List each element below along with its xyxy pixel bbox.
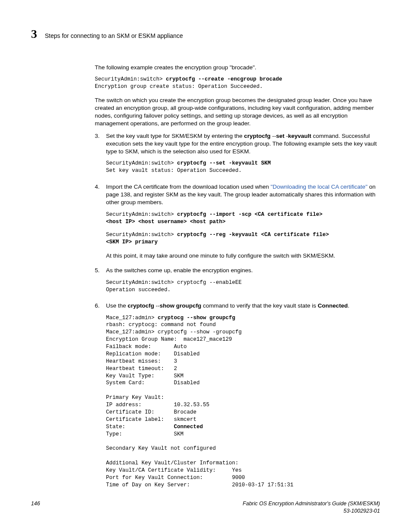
code-block-enableee: SecurityAdmin:switch> cryptocfg --enable… — [106, 279, 380, 294]
group-leader-paragraph: The switch on which you create the encry… — [95, 96, 380, 128]
page-number: 146 — [31, 500, 40, 515]
code-block-groupcfg: Mace_127:admin> cryptocg --show groupcfg… — [106, 314, 380, 489]
code-block-reg: SecurityAdmin:switch> cryptocfg --reg -k… — [106, 231, 380, 246]
step-3: 3. Set the key vault type for SKM/ESKM b… — [95, 132, 380, 180]
step-number: 3. — [95, 132, 106, 180]
page-footer: 146 Fabric OS Encryption Administrator's… — [31, 500, 380, 515]
step-3-text: Set the key vault type for SKM/ESKM by e… — [106, 132, 380, 156]
intro-paragraph: The following example creates the encryp… — [95, 64, 380, 72]
step-5: 5. As the switches come up, enable the e… — [95, 267, 380, 299]
step-4-after: At this point, it may take around one mi… — [106, 252, 380, 260]
step-5-text: As the switches come up, enable the encr… — [106, 267, 380, 274]
chapter-title: Steps for connecting to an SKM or ESKM a… — [45, 32, 183, 40]
step-number: 5. — [95, 267, 106, 299]
link-download-ca[interactable]: "Downloading the local CA certificate" — [271, 184, 367, 190]
step-4: 4. Import the CA certificate from the do… — [95, 183, 380, 264]
step-4-text: Import the CA certificate from the downl… — [106, 183, 380, 207]
step-6: 6. Use the cryptocfg --show groupcfg com… — [95, 302, 380, 495]
code-block-import: SecurityAdmin:switch> cryptocfg --import… — [106, 211, 380, 226]
code-block-create: SecurityAdmin:switch> cryptocfg --create… — [95, 76, 380, 90]
code-block-set-keyvault: SecurityAdmin:switch> cryptocfg --set -k… — [106, 160, 380, 174]
page-header: 3 Steps for connecting to an SKM or ESKM… — [31, 26, 380, 42]
step-number: 4. — [95, 183, 106, 264]
step-6-text: Use the cryptocfg --show groupcfg comman… — [106, 302, 380, 310]
chapter-number: 3 — [31, 26, 37, 42]
footer-doc-info: Fabric OS Encryption Administrator's Gui… — [243, 500, 380, 515]
step-number: 6. — [95, 302, 106, 495]
